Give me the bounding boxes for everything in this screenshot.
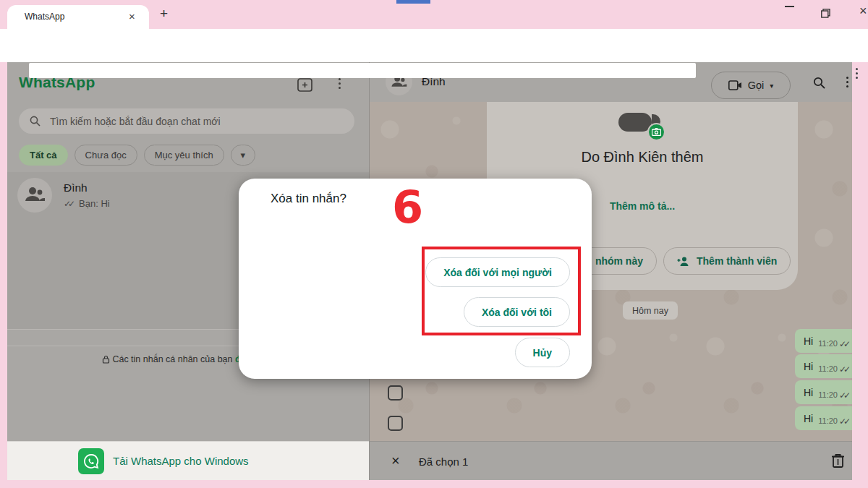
download-banner[interactable]: Tải WhatsApp cho Windows xyxy=(7,441,369,480)
filter-chips: Tất cả Chưa đọc Mục yêu thích ▾ xyxy=(19,145,255,166)
chat-name: Đình xyxy=(64,181,88,194)
camera-badge-icon[interactable] xyxy=(647,123,665,141)
minimize-icon[interactable] xyxy=(785,6,794,7)
tab-title: WhatsApp xyxy=(25,12,64,22)
close-selection-icon[interactable]: × xyxy=(391,453,400,469)
date-chip: Hôm nay xyxy=(623,301,678,320)
background-window-sliver xyxy=(396,0,430,4)
video-call-icon xyxy=(728,80,742,90)
add-member-button[interactable]: Thêm thành viên xyxy=(663,247,791,275)
message-bubble[interactable]: Hi 11:20✓✓ xyxy=(795,329,852,353)
censor-overlay xyxy=(29,63,696,78)
call-dropdown-icon[interactable]: ▾ xyxy=(770,82,773,90)
group-avatar-icon xyxy=(17,178,52,213)
new-chat-icon[interactable] xyxy=(297,77,313,93)
restore-icon[interactable] xyxy=(821,9,830,18)
chat-preview: ✓✓ Bạn: Hi xyxy=(64,198,110,209)
browser-tab-strip: WhatsApp × + × xyxy=(0,0,868,29)
filter-all-chip[interactable]: Tất cả xyxy=(19,145,68,166)
new-tab-icon[interactable]: + xyxy=(160,6,168,22)
trash-icon[interactable] xyxy=(831,453,845,468)
filter-unread-chip[interactable]: Chưa đọc xyxy=(75,145,137,166)
read-ticks-icon: ✓✓ xyxy=(839,416,851,427)
cancel-button[interactable]: Hủy xyxy=(515,338,570,367)
message-bubble[interactable]: Hi 11:20✓✓ xyxy=(795,406,852,430)
filter-dropdown-icon[interactable]: ▾ xyxy=(231,145,255,166)
message-bubble[interactable]: Hi 11:20✓✓ xyxy=(795,380,852,404)
dialog-title: Xóa tin nhắn? xyxy=(271,192,346,206)
message-checkbox[interactable] xyxy=(388,385,403,401)
download-banner-label: Tải WhatsApp cho Windows xyxy=(113,455,249,467)
search-input[interactable]: Tìm kiếm hoặc bắt đầu đoạn chat mới xyxy=(19,108,354,134)
group-added-by: Do Đình Kiên thêm xyxy=(487,149,798,166)
whatsapp-logo-icon xyxy=(78,448,104,474)
filter-favorites-chip[interactable]: Mục yêu thích xyxy=(144,145,224,166)
browser-toolbar: web.whatsapp.com ☆ xyxy=(0,29,868,62)
browser-menu-icon[interactable] xyxy=(856,68,858,79)
annotation-highlight-box xyxy=(422,247,581,335)
read-ticks-icon: ✓✓ xyxy=(839,364,851,374)
message-checkbox[interactable] xyxy=(388,416,403,431)
tab-close-icon[interactable]: × xyxy=(129,10,135,22)
chat-menu-icon[interactable] xyxy=(846,77,848,87)
search-icon xyxy=(29,115,41,127)
browser-tab[interactable]: WhatsApp × xyxy=(7,5,149,29)
close-window-icon[interactable]: × xyxy=(859,4,867,19)
read-ticks-icon: ✓✓ xyxy=(839,339,851,349)
call-button[interactable]: Gọi ▾ xyxy=(711,72,791,99)
group-intro-avatar[interactable] xyxy=(618,108,666,137)
chat-search-icon[interactable] xyxy=(812,76,826,90)
read-ticks-icon: ✓✓ xyxy=(64,199,75,209)
annotation-step-number: 6 xyxy=(392,181,423,234)
selection-count: Đã chọn 1 xyxy=(419,455,468,468)
selection-bar: × Đã chọn 1 xyxy=(370,441,852,480)
read-ticks-icon: ✓✓ xyxy=(839,390,851,401)
sidebar-menu-icon[interactable] xyxy=(339,78,341,89)
add-member-icon xyxy=(677,256,691,267)
search-placeholder: Tìm kiếm hoặc bắt đầu đoạn chat mới xyxy=(50,116,221,127)
message-bubble[interactable]: Hi 11:20✓✓ xyxy=(795,354,852,378)
